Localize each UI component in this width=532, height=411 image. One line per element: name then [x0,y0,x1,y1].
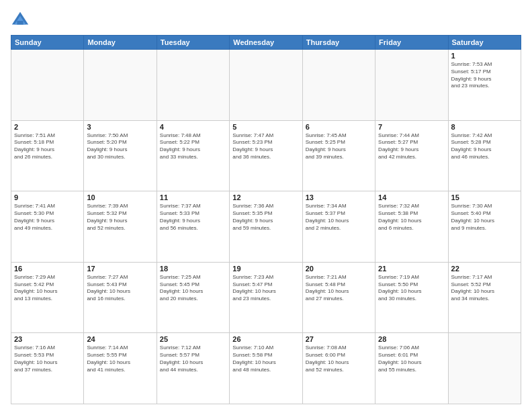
logo-icon [11,11,30,30]
day-info: Sunrise: 7:10 AM Sunset: 5:58 PM Dayligh… [232,345,299,373]
calendar-cell: 3Sunrise: 7:50 AM Sunset: 5:20 PM Daylig… [84,120,157,191]
day-info: Sunrise: 7:30 AM Sunset: 5:40 PM Dayligh… [451,203,518,232]
calendar-cell: 24Sunrise: 7:14 AM Sunset: 5:55 PM Dayli… [84,333,157,404]
calendar-cell: 6Sunrise: 7:45 AM Sunset: 5:25 PM Daylig… [302,120,375,191]
logo [11,11,32,30]
day-number: 21 [378,265,445,273]
calendar-cell [11,50,84,121]
day-number: 28 [378,335,445,343]
day-info: Sunrise: 7:27 AM Sunset: 5:43 PM Dayligh… [87,274,153,303]
calendar-header-monday: Monday [84,36,157,50]
day-number: 16 [14,265,81,273]
calendar-cell: 27Sunrise: 7:08 AM Sunset: 6:00 PM Dayli… [302,333,375,404]
calendar-cell: 18Sunrise: 7:25 AM Sunset: 5:45 PM Dayli… [157,262,229,333]
day-info: Sunrise: 7:34 AM Sunset: 5:37 PM Dayligh… [306,203,372,232]
day-info: Sunrise: 7:21 AM Sunset: 5:48 PM Dayligh… [306,274,372,303]
day-number: 6 [306,123,372,131]
calendar-cell: 7Sunrise: 7:44 AM Sunset: 5:27 PM Daylig… [375,120,448,191]
calendar-cell: 22Sunrise: 7:17 AM Sunset: 5:52 PM Dayli… [448,262,521,333]
calendar-cell [302,50,375,121]
calendar-cell: 17Sunrise: 7:27 AM Sunset: 5:43 PM Dayli… [84,262,157,333]
day-number: 2 [14,123,81,131]
day-info: Sunrise: 7:19 AM Sunset: 5:50 PM Dayligh… [378,274,445,303]
day-number: 24 [87,335,153,343]
day-number: 11 [160,193,226,201]
calendar-cell [157,50,229,121]
day-number: 14 [378,193,445,201]
day-number: 7 [378,123,445,131]
calendar-cell: 26Sunrise: 7:10 AM Sunset: 5:58 PM Dayli… [230,333,302,404]
calendar-cell: 12Sunrise: 7:36 AM Sunset: 5:35 PM Dayli… [230,191,302,263]
calendar-cell: 14Sunrise: 7:32 AM Sunset: 5:38 PM Dayli… [375,191,448,263]
day-number: 1 [451,52,518,60]
day-info: Sunrise: 7:48 AM Sunset: 5:22 PM Dayligh… [160,132,226,161]
day-number: 27 [306,335,372,343]
calendar-cell [448,333,521,404]
calendar-week-row: 2Sunrise: 7:51 AM Sunset: 5:18 PM Daylig… [11,120,521,191]
calendar-cell: 20Sunrise: 7:21 AM Sunset: 5:48 PM Dayli… [302,262,375,333]
day-number: 19 [232,265,299,273]
day-number: 22 [451,265,518,273]
day-info: Sunrise: 7:17 AM Sunset: 5:52 PM Dayligh… [451,274,518,303]
day-info: Sunrise: 7:25 AM Sunset: 5:45 PM Dayligh… [160,274,226,303]
calendar-cell: 1Sunrise: 7:53 AM Sunset: 5:17 PM Daylig… [448,50,521,121]
calendar-cell: 13Sunrise: 7:34 AM Sunset: 5:37 PM Dayli… [302,191,375,263]
day-info: Sunrise: 7:36 AM Sunset: 5:35 PM Dayligh… [232,203,299,232]
calendar-cell: 28Sunrise: 7:06 AM Sunset: 6:01 PM Dayli… [375,333,448,404]
day-info: Sunrise: 7:53 AM Sunset: 5:17 PM Dayligh… [451,61,518,90]
day-number: 20 [306,265,372,273]
day-info: Sunrise: 7:29 AM Sunset: 5:42 PM Dayligh… [14,274,81,303]
calendar-cell: 2Sunrise: 7:51 AM Sunset: 5:18 PM Daylig… [11,120,84,191]
day-number: 8 [451,123,518,131]
calendar-header-tuesday: Tuesday [157,36,229,50]
day-number: 26 [232,335,299,343]
calendar-header-friday: Friday [375,36,448,50]
day-info: Sunrise: 7:12 AM Sunset: 5:57 PM Dayligh… [160,345,226,373]
calendar-cell: 8Sunrise: 7:42 AM Sunset: 5:28 PM Daylig… [448,120,521,191]
day-number: 10 [87,193,153,201]
day-info: Sunrise: 7:08 AM Sunset: 6:00 PM Dayligh… [306,345,372,373]
calendar-week-row: 16Sunrise: 7:29 AM Sunset: 5:42 PM Dayli… [11,262,521,333]
svg-rect-2 [17,21,23,25]
day-number: 23 [14,335,81,343]
day-info: Sunrise: 7:06 AM Sunset: 6:01 PM Dayligh… [378,345,445,373]
calendar-cell [230,50,302,121]
day-info: Sunrise: 7:44 AM Sunset: 5:27 PM Dayligh… [378,132,445,161]
day-info: Sunrise: 7:39 AM Sunset: 5:32 PM Dayligh… [87,203,153,232]
calendar-header-thursday: Thursday [302,36,375,50]
day-info: Sunrise: 7:50 AM Sunset: 5:20 PM Dayligh… [87,132,153,161]
calendar-cell: 5Sunrise: 7:47 AM Sunset: 5:23 PM Daylig… [230,120,302,191]
calendar-week-row: 1Sunrise: 7:53 AM Sunset: 5:17 PM Daylig… [11,50,521,121]
calendar-header-sunday: Sunday [11,36,84,50]
calendar-week-row: 23Sunrise: 7:16 AM Sunset: 5:53 PM Dayli… [11,333,521,404]
calendar-cell: 16Sunrise: 7:29 AM Sunset: 5:42 PM Dayli… [11,262,84,333]
day-number: 17 [87,265,153,273]
calendar-header-saturday: Saturday [448,36,521,50]
calendar-header-row: SundayMondayTuesdayWednesdayThursdayFrid… [11,36,521,50]
calendar-cell: 11Sunrise: 7:37 AM Sunset: 5:33 PM Dayli… [157,191,229,263]
calendar-cell: 9Sunrise: 7:41 AM Sunset: 5:30 PM Daylig… [11,191,84,263]
calendar-cell: 4Sunrise: 7:48 AM Sunset: 5:22 PM Daylig… [157,120,229,191]
calendar-cell: 25Sunrise: 7:12 AM Sunset: 5:57 PM Dayli… [157,333,229,404]
calendar-week-row: 9Sunrise: 7:41 AM Sunset: 5:30 PM Daylig… [11,191,521,263]
day-info: Sunrise: 7:45 AM Sunset: 5:25 PM Dayligh… [306,132,372,161]
day-number: 25 [160,335,226,343]
calendar-cell: 21Sunrise: 7:19 AM Sunset: 5:50 PM Dayli… [375,262,448,333]
day-number: 13 [306,193,372,201]
day-info: Sunrise: 7:42 AM Sunset: 5:28 PM Dayligh… [451,132,518,161]
calendar-cell: 19Sunrise: 7:23 AM Sunset: 5:47 PM Dayli… [230,262,302,333]
day-info: Sunrise: 7:16 AM Sunset: 5:53 PM Dayligh… [14,345,81,373]
day-number: 15 [451,193,518,201]
day-number: 5 [232,123,299,131]
calendar-cell [84,50,157,121]
day-info: Sunrise: 7:14 AM Sunset: 5:55 PM Dayligh… [87,345,153,373]
day-number: 9 [14,193,81,201]
day-info: Sunrise: 7:47 AM Sunset: 5:23 PM Dayligh… [232,132,299,161]
calendar-cell: 15Sunrise: 7:30 AM Sunset: 5:40 PM Dayli… [448,191,521,263]
day-info: Sunrise: 7:51 AM Sunset: 5:18 PM Dayligh… [14,132,81,161]
calendar: SundayMondayTuesdayWednesdayThursdayFrid… [11,35,521,404]
day-info: Sunrise: 7:37 AM Sunset: 5:33 PM Dayligh… [160,203,226,232]
day-number: 18 [160,265,226,273]
day-info: Sunrise: 7:23 AM Sunset: 5:47 PM Dayligh… [232,274,299,303]
calendar-cell: 23Sunrise: 7:16 AM Sunset: 5:53 PM Dayli… [11,333,84,404]
